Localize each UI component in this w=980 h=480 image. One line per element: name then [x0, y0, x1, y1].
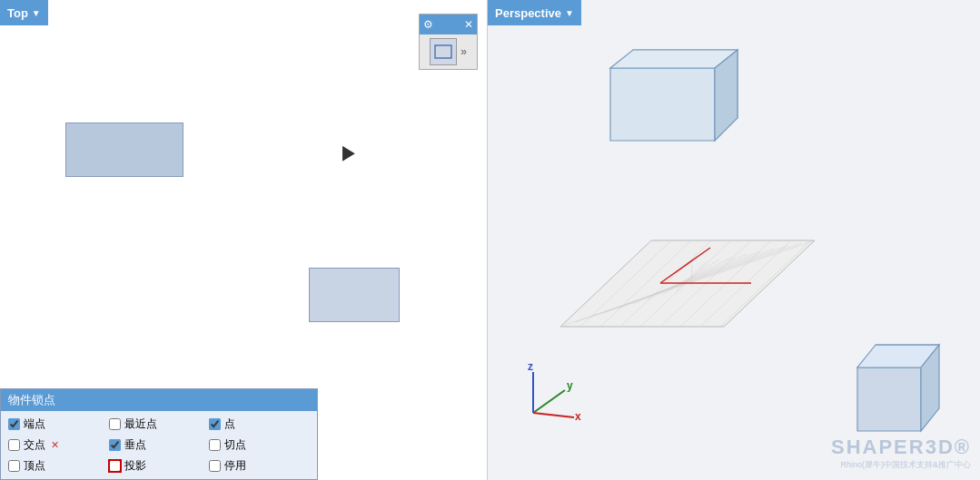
- osnap-item-point[interactable]: 点: [209, 415, 310, 434]
- right-viewport[interactable]: Perspective ▼: [488, 0, 980, 480]
- osnap-item-perp[interactable]: 垂点: [109, 436, 210, 455]
- osnap-label-point: 点: [224, 416, 235, 432]
- svg-line-33: [533, 390, 565, 413]
- shape-rect-2: [309, 268, 400, 322]
- svg-marker-2: [610, 68, 715, 141]
- osnap-label-vertex: 顶点: [24, 458, 45, 474]
- watermark-logo: SHAPER3D®: [831, 436, 971, 459]
- osnap-label-endpoint: 端点: [24, 416, 45, 432]
- osnap-checkbox-nearest[interactable]: [109, 418, 121, 430]
- left-viewport-header[interactable]: Top ▼: [0, 0, 48, 25]
- osnap-label-disable: 停用: [224, 458, 246, 474]
- osnap-checkbox-tan[interactable]: [209, 439, 221, 451]
- axis-indicator: z y x: [515, 363, 588, 430]
- osnap-checkbox-project[interactable]: [109, 460, 121, 472]
- left-viewport-title: Top: [7, 6, 28, 20]
- 3d-box-secondary: [853, 327, 953, 436]
- toolbar-rect-icon[interactable]: [430, 38, 457, 65]
- svg-line-35: [533, 413, 574, 417]
- osnap-checkbox-endpoint[interactable]: [8, 418, 20, 430]
- osnap-grid: 端点 最近点 点 交点 ✕ 垂点 切点: [1, 411, 317, 479]
- osnap-item-disable[interactable]: 停用: [209, 456, 310, 475]
- osnap-label-perp: 垂点: [124, 437, 146, 453]
- gear-icon[interactable]: ⚙: [423, 18, 433, 31]
- toolbar-panel-header: ⚙ ✕: [420, 15, 477, 34]
- osnap-checkbox-point[interactable]: [209, 418, 221, 430]
- 3d-box-main: [597, 41, 751, 150]
- osnap-checkbox-disable[interactable]: [209, 460, 221, 472]
- expand-icon[interactable]: »: [460, 45, 467, 58]
- watermark: SHAPER3D® Rhino(犀牛)中国技术支持&推广中心: [831, 436, 971, 471]
- osnap-checkbox-intersect[interactable]: [8, 439, 20, 451]
- osnap-panel: 物件锁点 端点 最近点 点 交点 ✕ 垂: [0, 388, 318, 480]
- osnap-item-tan[interactable]: 切点: [209, 436, 310, 455]
- svg-text:x: x: [575, 410, 581, 423]
- osnap-label-project: 投影: [124, 458, 146, 474]
- osnap-item-intersect[interactable]: 交点 ✕: [8, 436, 109, 455]
- osnap-checkbox-perp[interactable]: [109, 439, 121, 451]
- toolbar-panel-body: »: [420, 34, 477, 69]
- left-viewport-dropdown-arrow[interactable]: ▼: [32, 8, 41, 18]
- toolbar-panel: ⚙ ✕ »: [419, 14, 478, 70]
- right-viewport-title: Perspective: [495, 6, 561, 20]
- svg-rect-0: [435, 45, 451, 58]
- left-viewport[interactable]: Top ▼ ⚙ ✕ » ▶ 物件锁点 端点: [0, 0, 488, 480]
- osnap-header: 物件锁点: [1, 389, 317, 411]
- intersect-x-mark: ✕: [51, 439, 59, 451]
- right-viewport-dropdown-arrow[interactable]: ▼: [565, 8, 574, 18]
- watermark-subtitle: Rhino(犀牛)中国技术支持&推广中心: [831, 459, 971, 471]
- shape-rect-1: [65, 122, 183, 177]
- osnap-label-tan: 切点: [224, 437, 246, 453]
- osnap-item-endpoint[interactable]: 端点: [8, 415, 109, 434]
- osnap-title: 物件锁点: [8, 392, 55, 408]
- svg-text:z: z: [528, 363, 533, 373]
- osnap-item-project[interactable]: 投影: [109, 456, 210, 475]
- osnap-item-vertex[interactable]: 顶点: [8, 456, 109, 475]
- osnap-label-nearest: 最近点: [124, 416, 157, 432]
- osnap-label-intersect: 交点: [24, 437, 45, 453]
- close-icon[interactable]: ✕: [464, 18, 473, 31]
- cursor-arrow: ▶: [342, 141, 355, 164]
- osnap-item-nearest[interactable]: 最近点: [109, 415, 210, 434]
- grid-plane: [542, 195, 833, 336]
- svg-text:y: y: [567, 379, 573, 392]
- right-viewport-header[interactable]: Perspective ▼: [488, 0, 581, 25]
- osnap-checkbox-vertex[interactable]: [8, 460, 20, 472]
- svg-marker-27: [857, 367, 921, 431]
